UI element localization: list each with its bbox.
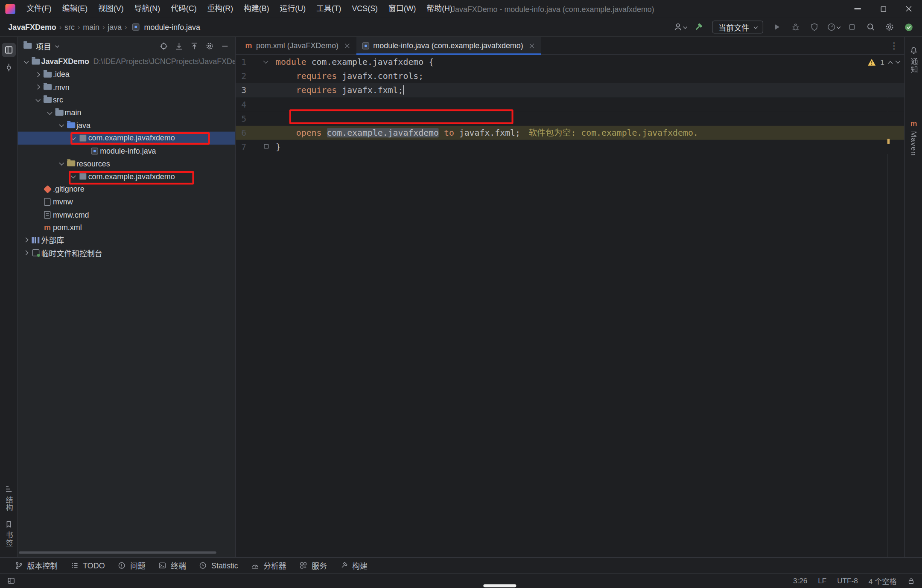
fold-icon[interactable] <box>264 144 269 149</box>
menu-item-2[interactable]: 视图(V) <box>93 0 129 17</box>
maven-toolwindow-button[interactable]: Maven <box>905 119 922 156</box>
line-number[interactable]: 5 <box>236 111 246 125</box>
todo-button[interactable]: TODO <box>64 558 111 573</box>
commit-toolwindow-button[interactable] <box>2 61 16 75</box>
menu-item-8[interactable]: 工具(T) <box>311 0 346 17</box>
terminal-button[interactable]: 终端 <box>152 558 193 573</box>
coverage-button[interactable] <box>807 20 822 34</box>
tree-item-1[interactable]: .idea <box>18 68 235 81</box>
tree-item-14[interactable]: 外部库 <box>18 234 235 247</box>
code-area[interactable]: 1module com.example.javafxdemo {2 requir… <box>236 55 904 154</box>
tree-item-2[interactable]: .mvn <box>18 81 235 93</box>
tree-item-0[interactable]: JavaFXDemoD:\IDEAProjects\JCNCProjects\J… <box>18 55 235 68</box>
breadcrumb-item-2[interactable]: main <box>81 23 102 32</box>
caret-position-widget[interactable]: 3:26 <box>793 576 808 585</box>
menu-item-5[interactable]: 重构(R) <box>202 0 238 17</box>
search-everywhere-button[interactable] <box>863 20 878 34</box>
menu-item-9[interactable]: VCS(S) <box>347 0 383 17</box>
tree-item-11[interactable]: mvnw <box>18 195 235 208</box>
tree-caret-icon[interactable] <box>21 60 30 63</box>
tree-caret-icon[interactable] <box>45 111 54 114</box>
problems-button[interactable]: 问题 <box>111 558 152 573</box>
options-gear-icon[interactable] <box>205 41 214 50</box>
expand-all-icon[interactable] <box>175 41 184 50</box>
tree-item-10[interactable]: .gitignore <box>18 183 235 195</box>
run-button[interactable] <box>769 20 785 34</box>
tab-close-icon[interactable] <box>529 43 535 49</box>
tree-caret-icon[interactable] <box>33 85 42 89</box>
notifications-toolwindow-button[interactable]: 通知 <box>905 47 922 73</box>
line-number[interactable]: 3 <box>236 83 246 97</box>
tree-caret-icon[interactable] <box>68 137 77 140</box>
lock-icon[interactable] <box>907 577 915 585</box>
line-number[interactable]: 6 <box>236 126 246 140</box>
breadcrumb-item-0[interactable]: JavaFXDemo <box>6 23 59 32</box>
tree-caret-icon[interactable] <box>33 98 42 102</box>
tree-item-4[interactable]: main <box>18 106 235 119</box>
build-toolwindow-button[interactable]: 构建 <box>333 558 374 573</box>
inspections-widget[interactable]: 1 <box>867 58 900 66</box>
project-panel-title[interactable]: 项目 <box>36 40 51 51</box>
menu-item-7[interactable]: 运行(U) <box>274 0 311 17</box>
tree-caret-icon[interactable] <box>56 124 65 127</box>
tree-caret-icon[interactable] <box>68 175 77 178</box>
tree-item-8[interactable]: resources <box>18 157 235 170</box>
tree-item-13[interactable]: pom.xml <box>18 221 235 234</box>
code-line-5[interactable]: 5 <box>236 111 904 125</box>
hide-panel-icon[interactable] <box>221 41 230 50</box>
menu-item-3[interactable]: 导航(N) <box>129 0 165 17</box>
bookmarks-toolwindow-button[interactable]: 书签 <box>0 520 18 547</box>
editor-tab-0[interactable]: pom.xml (JavaFXDemo) <box>239 37 356 54</box>
editor-body[interactable]: 1module com.example.javafxdemo {2 requir… <box>236 55 904 557</box>
tab-close-icon[interactable] <box>344 43 350 49</box>
next-problem-icon[interactable] <box>896 58 901 64</box>
horizontal-scrollbar[interactable] <box>19 551 216 554</box>
menu-item-6[interactable]: 构建(B) <box>239 0 275 17</box>
tree-item-3[interactable]: src <box>18 93 235 106</box>
locate-file-icon[interactable] <box>159 41 168 50</box>
code-line-6[interactable]: 6 opens com.example.javafxdemo to javafx… <box>236 126 904 140</box>
tree-caret-icon[interactable] <box>33 73 42 76</box>
stop-button[interactable] <box>844 20 860 34</box>
version-control-button[interactable]: 版本控制 <box>8 558 64 573</box>
minimize-button[interactable] <box>844 0 870 17</box>
fold-icon[interactable] <box>263 58 268 64</box>
tree-item-6[interactable]: com.example.javafxdemo <box>18 132 235 145</box>
services-button[interactable]: 服务 <box>293 558 333 573</box>
settings-button[interactable] <box>882 20 897 34</box>
debug-button[interactable] <box>788 20 803 34</box>
collapse-all-icon[interactable] <box>190 41 199 50</box>
chevron-down-icon[interactable] <box>55 44 59 48</box>
statistic-button[interactable]: Statistic <box>193 558 245 573</box>
line-separator-widget[interactable]: LF <box>818 576 826 585</box>
run-configuration-select[interactable]: 当前文件 <box>712 20 763 33</box>
profiler-tool-button[interactable]: 分析器 <box>245 558 293 573</box>
code-line-4[interactable]: 4 <box>236 97 904 111</box>
indent-widget[interactable]: 4 个空格 <box>869 575 897 586</box>
layout-icon[interactable] <box>7 576 15 585</box>
line-number[interactable]: 1 <box>236 55 246 69</box>
tree-item-15[interactable]: 临时文件和控制台 <box>18 247 235 259</box>
tree-caret-icon[interactable] <box>21 251 30 254</box>
assistant-plugin-button[interactable] <box>901 20 916 34</box>
line-number[interactable]: 2 <box>236 69 246 83</box>
breadcrumb-item-4[interactable]: module-info.java <box>128 23 202 32</box>
encoding-widget[interactable]: UTF-8 <box>837 576 858 585</box>
tree-item-9[interactable]: com.example.javafxdemo <box>18 170 235 183</box>
structure-toolwindow-button[interactable]: 结构 <box>0 485 18 512</box>
line-number[interactable]: 4 <box>236 97 246 111</box>
menu-item-4[interactable]: 代码(C) <box>166 0 202 17</box>
menu-item-1[interactable]: 编辑(E) <box>57 0 93 17</box>
project-toolwindow-button[interactable] <box>2 43 16 57</box>
code-line-3[interactable]: 3 requires javafx.fxml; <box>236 83 904 97</box>
maximize-button[interactable] <box>870 0 896 17</box>
code-line-1[interactable]: 1module com.example.javafxdemo { <box>236 55 904 69</box>
code-line-2[interactable]: 2 requires javafx.controls; <box>236 69 904 83</box>
editor-tab-1[interactable]: module-info.java (com.example.javafxdemo… <box>356 37 541 54</box>
tree-item-12[interactable]: mvnw.cmd <box>18 208 235 221</box>
tree-caret-icon[interactable] <box>21 239 30 242</box>
menu-item-0[interactable]: 文件(F) <box>21 0 57 17</box>
menu-item-10[interactable]: 窗口(W) <box>383 0 421 17</box>
tab-options-icon[interactable] <box>890 40 899 51</box>
build-project-button[interactable] <box>691 20 706 34</box>
